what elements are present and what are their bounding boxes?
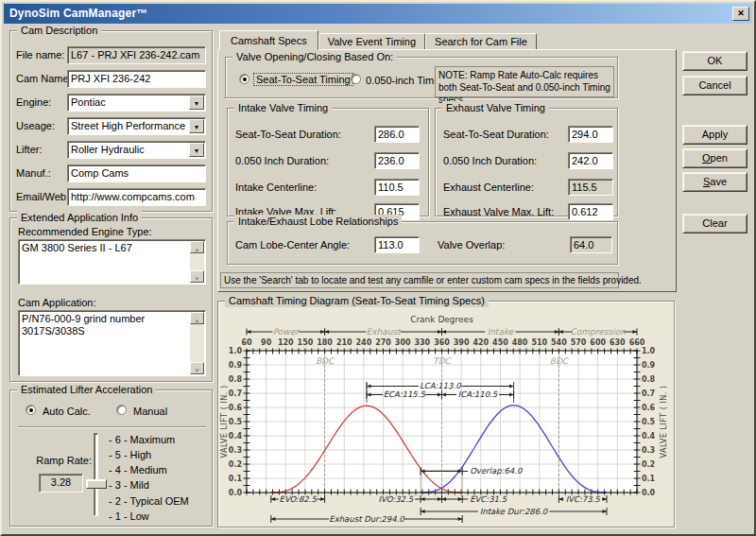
ramp-rate-note: NOTE: Ramp Rate Auto-Calc requires both …: [435, 66, 614, 97]
ramp-rate-slider-track[interactable]: [94, 433, 98, 516]
svg-text:1.0: 1.0: [229, 347, 243, 355]
svg-text:1.0: 1.0: [642, 347, 656, 355]
svg-text:210: 210: [336, 338, 352, 347]
scrollbar[interactable]: ▲ ▼: [190, 312, 204, 374]
usage-select[interactable]: Street High Performance ▼: [67, 117, 206, 135]
svg-text:IVO:32.5: IVO:32.5: [379, 494, 414, 504]
intake-050-duration-field[interactable]: 236.0: [374, 152, 420, 169]
svg-text:Overlap:64.0: Overlap:64.0: [470, 466, 524, 475]
engine-type-text: GM 3800 Series II - L67: [22, 242, 188, 254]
svg-text:600: 600: [590, 338, 606, 347]
svg-text:390: 390: [454, 338, 470, 347]
cancel-button[interactable]: Cancel: [682, 76, 747, 95]
inch-timing-radio[interactable]: [351, 74, 361, 84]
ok-button[interactable]: OK: [682, 51, 747, 71]
svg-text:EVC:31.5: EVC:31.5: [470, 494, 507, 504]
arrow-down-icon: ▼: [195, 368, 200, 373]
ramp-rate-value: 3.28: [39, 474, 83, 493]
file-name-input[interactable]: L67 - PRJ XFI 236-242.cam: [67, 46, 206, 64]
svg-text:Intake: Intake: [488, 327, 515, 337]
dropdown-button[interactable]: ▼: [189, 95, 204, 110]
dropdown-button[interactable]: ▼: [189, 119, 204, 133]
save-button[interactable]: Save: [682, 172, 747, 192]
exhaust-max-lift-field[interactable]: 0.612: [568, 203, 613, 220]
combo-value: Roller Hydraulic: [71, 144, 145, 155]
ramp-rate-label: Ramp Rate:: [31, 455, 92, 466]
cam-application-text: P/N76-000-9 grind number 3017S/3038S: [22, 313, 188, 337]
svg-text:0.2: 0.2: [642, 460, 655, 469]
title-bar[interactable]: DynoSim CamManager™ ✕: [4, 4, 752, 24]
exhaust-centerline-field: 115.5: [568, 179, 613, 196]
svg-text:Compression: Compression: [570, 327, 626, 337]
spec-label: Seat-To-Seat Duration:: [235, 129, 341, 140]
intake-centerline-field[interactable]: 110.5: [374, 179, 420, 196]
spec-label: Seat-To-Seat Duration:: [443, 129, 549, 140]
arrow-down-icon: ▼: [195, 276, 200, 282]
lobe-relationships-group: Intake/Exhaust Lobe Relationships Cam Lo…: [227, 221, 618, 265]
lobe-angle-label: Cam Lobe-Center Angle:: [235, 239, 350, 251]
svg-text:0.0: 0.0: [229, 489, 243, 497]
cam-name-input[interactable]: PRJ XFI 236-242: [67, 70, 206, 88]
seat-to-seat-radio[interactable]: [239, 74, 249, 84]
email-web-input[interactable]: http://www.compcams.com: [67, 188, 206, 206]
seat-to-seat-label: Seat-To-Seat Timing: [254, 74, 352, 85]
button-label: Clear: [702, 217, 727, 229]
cam-application-textarea[interactable]: P/N76-000-9 grind number 3017S/3038S ▲ ▼: [18, 310, 206, 376]
group-title: Intake Valve Timing: [234, 101, 332, 114]
divider: [18, 426, 206, 428]
svg-text:VALVE LIFT ( IN. ): VALVE LIFT ( IN. ): [220, 385, 229, 458]
manufacturer-input[interactable]: Comp Cams: [67, 164, 206, 182]
exhaust-050-duration-field[interactable]: 242.0: [568, 152, 613, 169]
exhaust-valve-timing-group: Exhaust Valve Timing Seat-To-Seat Durati…: [435, 108, 618, 216]
svg-text:0.4: 0.4: [229, 432, 243, 441]
intake-valve-timing-group: Intake Valve Timing Seat-To-Seat Duratio…: [227, 108, 429, 216]
slider-level-label: - 4 - Medium: [109, 464, 167, 475]
lobe-center-angle-field[interactable]: 113.0: [374, 236, 420, 253]
slider-level-label: - 5 - High: [109, 449, 151, 460]
engine-type-label: Recommended Engine Type:: [18, 226, 152, 237]
tab-camshaft-specs[interactable]: Camshaft Specs: [219, 30, 318, 50]
svg-text:0.3: 0.3: [642, 446, 655, 455]
scroll-down-button[interactable]: ▼: [190, 362, 204, 374]
spec-label: Intake Centerline:: [235, 182, 317, 193]
svg-text:0.7: 0.7: [642, 389, 655, 398]
field-label: Cam Name:: [16, 73, 72, 84]
svg-text:0.1: 0.1: [229, 475, 243, 483]
clear-button[interactable]: Clear: [682, 214, 747, 233]
svg-text:270: 270: [375, 338, 391, 347]
combo-value: Pontiac: [71, 96, 106, 108]
tab-search-for-cam-file[interactable]: Search for Cam File: [425, 33, 537, 50]
arrow-up-icon: ▲: [195, 318, 200, 323]
svg-text:480: 480: [512, 338, 528, 347]
engine-type-textarea[interactable]: GM 3800 Series II - L67 ▲ ▼: [18, 239, 206, 285]
slider-level-label: - 3 - Mild: [109, 479, 149, 491]
group-title: Valve Opening/Closing Based On:: [232, 50, 397, 63]
scrollbar[interactable]: ▲ ▼: [190, 241, 204, 283]
lifter-select[interactable]: Roller Hydraulic ▼: [67, 141, 206, 159]
ramp-rate-slider-thumb[interactable]: [86, 479, 107, 489]
field-label: Manuf.:: [16, 167, 51, 179]
dropdown-button[interactable]: ▼: [189, 143, 204, 157]
slider-level-label: - 6 - Maximum: [109, 434, 175, 445]
scroll-down-button[interactable]: ▼: [190, 270, 204, 283]
valve-overlap-label: Valve Overlap:: [438, 239, 505, 251]
valve-overlap-field: 64.0: [570, 236, 612, 253]
chevron-down-icon: ▼: [194, 124, 200, 130]
apply-button[interactable]: Apply: [682, 125, 747, 145]
svg-text:BDC: BDC: [316, 356, 335, 366]
tab-valve-event-timing[interactable]: Valve Event Timing: [318, 33, 425, 50]
close-icon: ✕: [737, 9, 745, 18]
group-title: Estimated Lifter Acceleration: [17, 383, 156, 396]
scroll-up-button[interactable]: ▲: [190, 312, 204, 324]
svg-text:0.3: 0.3: [229, 446, 242, 455]
auto-calc-radio[interactable]: [26, 405, 36, 415]
engine-select[interactable]: Pontiac ▼: [67, 94, 206, 112]
scroll-up-button[interactable]: ▲: [190, 241, 204, 253]
manual-radio[interactable]: [116, 405, 127, 415]
button-label: OK: [708, 55, 723, 66]
lifter-acceleration-group: Estimated Lifter Acceleration Auto Calc.…: [9, 389, 213, 527]
exhaust-seat-duration-field[interactable]: 294.0: [568, 126, 613, 143]
open-button[interactable]: Open: [682, 148, 747, 168]
intake-seat-duration-field[interactable]: 286.0: [374, 126, 420, 143]
close-button[interactable]: ✕: [732, 7, 749, 21]
